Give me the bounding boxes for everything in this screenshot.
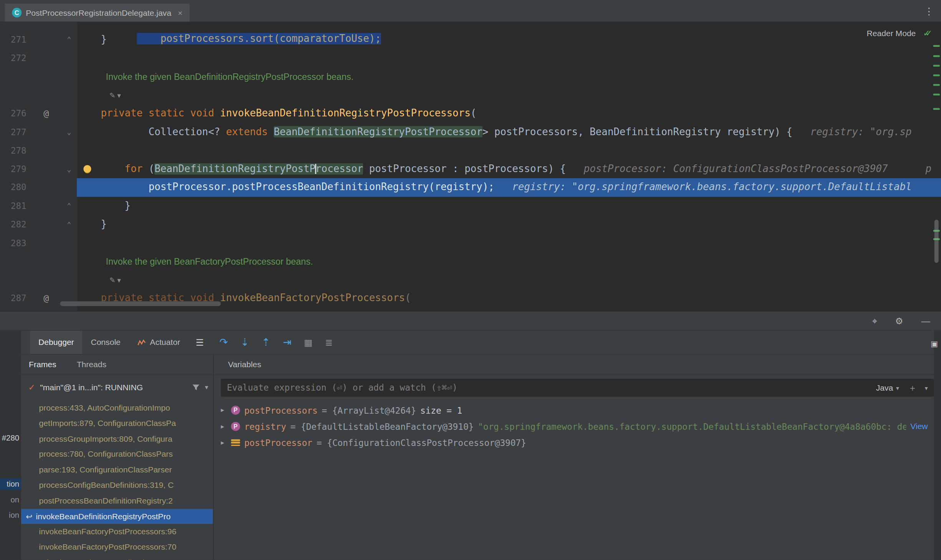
- fold-marker-icon[interactable]: ⌃: [61, 215, 77, 234]
- variable-row[interactable]: ▸PpostProcessors = {ArrayList@4264} size…: [214, 402, 934, 418]
- code-token: BeanDefinitionRegistryPostProcessor: [274, 126, 482, 138]
- tab-console[interactable]: Console: [83, 331, 129, 354]
- fold-marker-icon[interactable]: ⌃: [61, 31, 77, 49]
- editor-options-kebab-icon[interactable]: ⋮: [924, 5, 934, 17]
- code-line-content[interactable]: }: [77, 215, 941, 234]
- java-class-icon: C: [12, 8, 22, 17]
- step-over-icon[interactable]: ↷: [219, 336, 228, 349]
- code-line-content[interactable]: for (BeanDefinitionRegistryPostProcessor…: [77, 160, 941, 179]
- error-stripe[interactable]: [933, 22, 941, 311]
- code-editor[interactable]: postProcessors.sort(comparatorToUse); 27…: [0, 22, 941, 311]
- stack-frame-row[interactable]: invokeBeanFactoryPostProcessors:70: [21, 540, 213, 555]
- rendered-doc-toggle-icon[interactable]: ✎ ▾: [101, 91, 121, 100]
- variable-name: postProcessor: [244, 438, 312, 447]
- debugger-settings-icon[interactable]: ≣: [325, 337, 333, 348]
- stack-frame-row[interactable]: parse:193, ConfigurationClassParser: [21, 462, 213, 477]
- stack-frame-row[interactable]: invokeBeanFactoryPostProcessors:96: [21, 524, 213, 540]
- stack-frame-row[interactable]: ↩invokeBeanDefinitionRegistryPostPro: [21, 509, 213, 524]
- line-number: 277: [0, 123, 31, 141]
- view-link[interactable]: View: [910, 422, 934, 431]
- chevron-down-icon: ▾: [896, 384, 899, 391]
- more-menu-icon[interactable]: ☰: [196, 337, 204, 348]
- code-line: 281⌃ }: [0, 197, 941, 215]
- rendered-doc-toggle-icon[interactable]: ✎ ▾: [101, 276, 121, 285]
- view-breakpoints-icon[interactable]: ▦: [304, 337, 313, 348]
- code-line-content[interactable]: ✎ ▾: [77, 271, 941, 289]
- text-caret: [315, 164, 316, 174]
- thread-dropdown-chevron-icon[interactable]: ▾: [205, 383, 209, 391]
- gutter: [0, 68, 77, 86]
- code-line-content[interactable]: Invoke the given BeanDefinitionRegistryP…: [77, 68, 941, 86]
- step-into-icon[interactable]: ⇣: [240, 336, 249, 349]
- stack-frame-row[interactable]: process:780, ConfigurationClassPars: [21, 447, 213, 462]
- run-to-cursor-icon[interactable]: ⇥: [283, 336, 291, 349]
- minimize-icon[interactable]: —: [921, 316, 930, 326]
- add-watch-icon[interactable]: +: [910, 383, 915, 393]
- tab-close-icon[interactable]: ×: [178, 8, 182, 17]
- code-line-content[interactable]: Invoke the given BeanFactoryPostProcesso…: [77, 252, 941, 271]
- code-line: 283: [0, 234, 941, 252]
- tab-debugger[interactable]: Debugger: [30, 331, 82, 354]
- stripe-mark[interactable]: [933, 65, 940, 67]
- layout-settings-icon[interactable]: ▣: [931, 339, 938, 348]
- code-token: extends: [226, 126, 268, 138]
- annotation-gutter-icon[interactable]: @: [31, 104, 61, 123]
- expand-chevron-icon[interactable]: ▸: [221, 439, 227, 446]
- code-token: Invoke the given BeanFactoryPostProcesso…: [101, 256, 313, 267]
- selected-text: postProcessors.sort(comparatorToUse);: [137, 33, 381, 45]
- inspections-ok-icon[interactable]: ✓✓: [923, 28, 938, 38]
- code-line-content[interactable]: ✎ ▾: [77, 86, 941, 104]
- evaluate-expression-input[interactable]: Evaluate expression (⏎) or add a watch (…: [221, 379, 934, 397]
- code-line: 272: [0, 49, 941, 68]
- stripe-mark[interactable]: [933, 84, 940, 86]
- code-line-content[interactable]: private static void invokeBeanDefinition…: [77, 104, 941, 123]
- panel-divider[interactable]: [213, 355, 214, 560]
- code-line-content[interactable]: postProcessor.postProcessBeanDefinitionR…: [77, 179, 941, 197]
- variables-panel-title: Variables: [228, 360, 261, 369]
- annotation-gutter-icon[interactable]: @: [31, 289, 61, 308]
- reader-mode-toggle[interactable]: Reader Mode: [867, 29, 916, 38]
- editor-tab[interactable]: C PostProcessorRegistrationDelegate.java…: [5, 3, 190, 22]
- code-line-content[interactable]: [77, 141, 941, 160]
- fold-marker-icon[interactable]: ⌃: [61, 197, 77, 215]
- stack-frame-row[interactable]: postProcessBeanDefinitionRegistry:2: [21, 493, 213, 509]
- stripe-mark[interactable]: [933, 108, 940, 110]
- expand-chevron-icon[interactable]: ▸: [221, 422, 227, 430]
- stripe-mark[interactable]: [933, 94, 940, 96]
- filter-funnel-icon[interactable]: [192, 383, 200, 391]
- language-selector-label: Java: [876, 383, 893, 392]
- horizontal-scrollbar-thumb[interactable]: [60, 301, 221, 306]
- gutter: 279⌄: [0, 160, 77, 179]
- stripe-mark[interactable]: [933, 75, 940, 76]
- tab-threads[interactable]: Threads: [77, 360, 106, 369]
- variable-row[interactable]: ▸Pregistry = {DefaultListableBeanFactory…: [214, 418, 934, 434]
- stripe-mark[interactable]: [933, 45, 940, 47]
- stripe-mark[interactable]: [933, 55, 940, 57]
- stack-frame-row[interactable]: refresh:533, AbstractApplicationCont: [21, 555, 213, 560]
- fold-marker-icon[interactable]: ⌄: [61, 160, 77, 179]
- language-selector[interactable]: Java ▾: [876, 383, 899, 392]
- code-line-content[interactable]: }: [77, 197, 941, 215]
- expand-chevron-icon[interactable]: ▸: [221, 406, 227, 414]
- step-out-icon[interactable]: ⇡: [262, 336, 270, 349]
- gutter-spacer: [31, 49, 61, 68]
- vertical-scrollbar-thumb[interactable]: [934, 220, 939, 263]
- watches-options-chevron-icon[interactable]: ▾: [925, 384, 928, 391]
- stack-frame-row[interactable]: processGroupImports:809, Configura: [21, 431, 213, 447]
- thread-selector[interactable]: ✓ "main"@1 in...in": RUNNING ▾: [21, 375, 213, 398]
- tab-actuator[interactable]: Actuator: [129, 331, 189, 354]
- code-line-content[interactable]: Collection<? extends BeanDefinitionRegis…: [77, 123, 941, 141]
- stack-frame-row[interactable]: process:433, AutoConfigurationImpo: [21, 400, 213, 416]
- stack-frame-row[interactable]: processConfigBeanDefinitions:319, C: [21, 478, 213, 493]
- variables-panel: Evaluate expression (⏎) or add a watch (…: [214, 375, 934, 560]
- code-token: }: [101, 200, 131, 212]
- settings-gear-icon[interactable]: ⚙: [895, 315, 903, 326]
- stack-frame-row[interactable]: getImports:879, ConfigurationClassPa: [21, 416, 213, 431]
- variable-row[interactable]: ▸postProcessor = {ConfigurationClassPost…: [214, 434, 934, 451]
- code-line-content[interactable]: [77, 49, 941, 68]
- locate-target-icon[interactable]: ⌖: [872, 315, 877, 326]
- code-line-content[interactable]: [77, 234, 941, 252]
- fold-marker-icon[interactable]: ⌄: [61, 123, 77, 141]
- intention-bulb-icon[interactable]: [83, 165, 91, 172]
- tab-frames[interactable]: Frames: [29, 360, 56, 369]
